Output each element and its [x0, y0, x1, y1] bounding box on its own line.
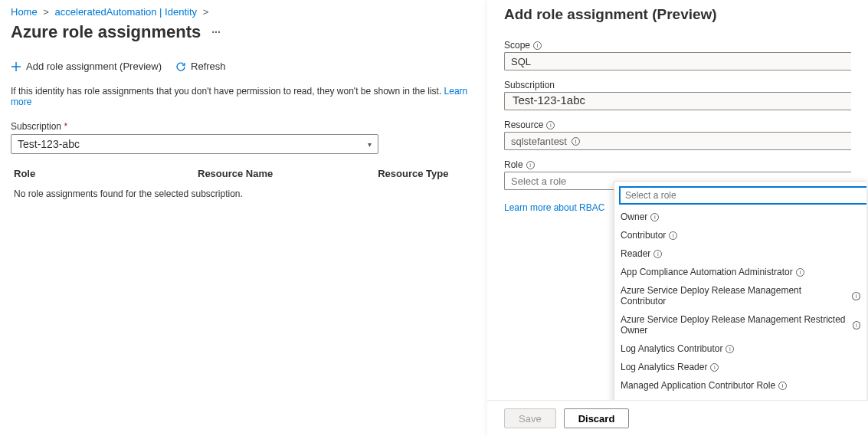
column-header-resource-name[interactable]: Resource Name — [198, 168, 378, 179]
role-option[interactable]: Contributori — [614, 226, 866, 244]
main-content: Home > acceleratedAutomation | Identity … — [0, 0, 487, 436]
table-header: Role Resource Name Resource Type — [11, 163, 477, 184]
info-icon[interactable]: i — [710, 363, 719, 372]
resource-field[interactable]: sqlstefantest i — [504, 132, 851, 150]
resource-label: Resourcei — [504, 120, 851, 130]
more-actions-icon[interactable]: ··· — [211, 26, 221, 38]
subscription-label: Subscription * — [11, 121, 477, 132]
add-role-assignment-label: Add role assignment (Preview) — [26, 61, 162, 72]
toolbar: Add role assignment (Preview) Refresh — [11, 61, 477, 72]
add-role-assignment-panel: Add role assignment (Preview) Scopei Sub… — [487, 0, 868, 436]
role-options-list: OwneriContributoriReaderiApp Compliance … — [614, 208, 866, 400]
role-dropdown-search[interactable] — [619, 186, 866, 205]
info-icon[interactable]: i — [650, 213, 659, 221]
chevron-right-icon: > — [203, 6, 209, 18]
add-role-assignment-button[interactable]: Add role assignment (Preview) — [11, 61, 162, 72]
info-text-body: If this identity has role assignments th… — [11, 86, 441, 97]
breadcrumb-home[interactable]: Home — [11, 6, 38, 18]
info-icon[interactable]: i — [572, 137, 580, 146]
panel-footer: Save Discard — [487, 400, 868, 436]
info-text: If this identity has role assignments th… — [11, 86, 477, 107]
info-icon[interactable]: i — [778, 382, 787, 390]
role-option[interactable]: Owneri — [614, 208, 866, 226]
role-option[interactable]: Managed Application Operator Rolei — [614, 395, 866, 400]
info-icon[interactable]: i — [526, 161, 535, 169]
save-button[interactable]: Save — [504, 408, 556, 428]
column-header-role[interactable]: Role — [14, 168, 198, 179]
subscription-value: Test-123-abc — [18, 138, 80, 150]
discard-button[interactable]: Discard — [564, 408, 630, 428]
info-icon[interactable]: i — [669, 231, 677, 240]
info-icon[interactable]: i — [769, 400, 778, 401]
page-title-text: Azure role assignments — [11, 22, 201, 42]
role-label: Rolei — [504, 159, 851, 170]
info-icon[interactable]: i — [852, 292, 860, 300]
info-icon[interactable]: i — [796, 268, 804, 277]
learn-more-rbac-link[interactable]: Learn more about RBAC — [504, 202, 604, 213]
panel-title: Add role assignment (Preview) — [504, 6, 851, 23]
role-option[interactable]: Managed Application Contributor Rolei — [614, 376, 866, 395]
plus-icon — [11, 61, 21, 72]
info-icon[interactable]: i — [653, 250, 662, 258]
breadcrumb-identity[interactable]: acceleratedAutomation | Identity — [55, 6, 198, 18]
table-empty-message: No role assignments found for the select… — [11, 184, 477, 204]
info-icon[interactable]: i — [533, 41, 542, 50]
panel-subscription-label: Subscription — [504, 80, 851, 90]
panel-subscription-field[interactable]: Test-123-1abc — [504, 92, 851, 110]
role-option[interactable]: App Compliance Automation Administratori — [614, 263, 866, 281]
page-title: Azure role assignments ··· — [11, 22, 477, 42]
chevron-right-icon: > — [43, 6, 49, 18]
refresh-icon — [175, 61, 186, 72]
role-option[interactable]: Log Analytics Readeri — [614, 358, 866, 376]
scope-field[interactable] — [504, 52, 851, 70]
info-icon[interactable]: i — [853, 321, 860, 329]
refresh-button[interactable]: Refresh — [175, 61, 226, 72]
scope-label: Scopei — [504, 40, 851, 51]
column-header-resource-type[interactable]: Resource Type — [378, 168, 473, 179]
subscription-select[interactable]: Test-123-abc ▾ — [11, 134, 378, 154]
role-option[interactable]: Readeri — [614, 244, 866, 263]
role-option[interactable]: Log Analytics Contributori — [614, 339, 866, 358]
refresh-label: Refresh — [191, 61, 226, 72]
role-dropdown: OwneriContributoriReaderiApp Compliance … — [614, 181, 866, 400]
role-option[interactable]: Azure Service Deploy Release Management … — [614, 281, 866, 310]
role-option[interactable]: Azure Service Deploy Release Management … — [614, 310, 866, 339]
breadcrumb: Home > acceleratedAutomation | Identity … — [11, 6, 477, 18]
info-icon[interactable]: i — [546, 121, 555, 129]
info-icon[interactable]: i — [726, 345, 734, 353]
chevron-down-icon: ▾ — [368, 140, 372, 149]
